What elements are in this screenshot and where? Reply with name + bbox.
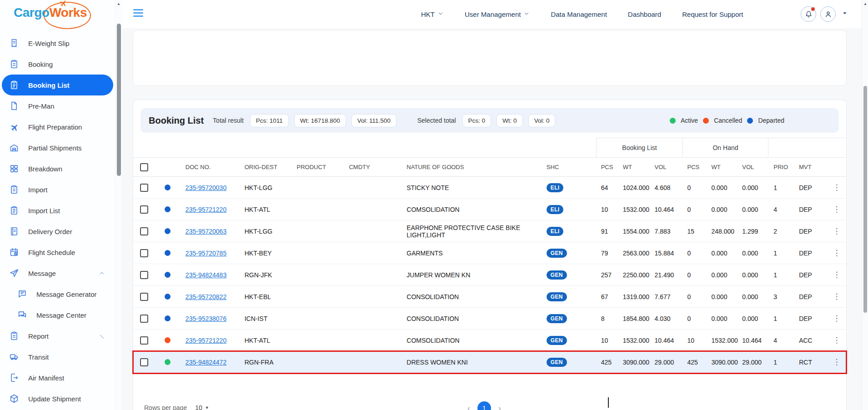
- row-checkbox[interactable]: [140, 315, 148, 323]
- sidebar-item-air-manifest[interactable]: Air Manifest: [0, 367, 115, 388]
- row-actions-kebab-icon[interactable]: ⋮: [833, 249, 841, 257]
- table-row[interactable]: 235-95720063HKT-LGGEARPHONE PROTECTIVE C…: [133, 220, 846, 242]
- doc-no-link[interactable]: 235-95238076: [186, 315, 226, 322]
- table-row[interactable]: 235-95238076ICN-ISTCONSOLIDATIONGEN81854…: [133, 308, 846, 330]
- row-actions-kebab-icon[interactable]: ⋮: [833, 315, 841, 322]
- grid-icon: [9, 164, 19, 174]
- cell-prio: 1: [767, 250, 798, 257]
- select-all-checkbox[interactable]: [140, 163, 148, 171]
- doc-no-link[interactable]: 235-95720785: [186, 250, 226, 257]
- table-row[interactable]: 235-95721220HKT-ATLCOMSOLIDATIONGEN10153…: [133, 330, 846, 351]
- window-scrollbar[interactable]: ▲: [862, 0, 868, 410]
- sidebar-scrollbar-thumb[interactable]: [117, 24, 121, 176]
- doc-no-link[interactable]: 235-95720822: [186, 293, 226, 300]
- topnav-item-user-management[interactable]: User Management: [465, 10, 530, 18]
- table-row-highlighted[interactable]: 235-94824472RGN-FRADRESS WOMEN KNIGEN425…: [133, 351, 846, 373]
- cell-goods: EARPHONE PROTECTIVE CASE BIKE LIGHT,LIGH…: [400, 224, 541, 239]
- row-checkbox[interactable]: [140, 184, 148, 192]
- sidebar-item-flight-schedule[interactable]: Flight Schedule: [0, 242, 115, 263]
- table-row[interactable]: 235-94824483RGN-JFKJUMPER WOMEN KNGEN257…: [133, 264, 846, 286]
- cell-shc: GEN: [541, 358, 596, 367]
- sidebar-item-pre-man[interactable]: Pre-Man: [0, 95, 115, 116]
- row-actions-kebab-icon[interactable]: ⋮: [833, 358, 841, 366]
- next-page-button[interactable]: ›: [498, 404, 501, 410]
- sidebar-item-breakdown[interactable]: Breakdown: [0, 158, 115, 179]
- sidebar-item-label: Transit: [28, 353, 49, 361]
- table-row[interactable]: 235-95720030HKT-LGGSTICKY NOTEELI641024.…: [133, 177, 846, 199]
- cell-goods: CONSOLIDATION: [400, 315, 541, 322]
- doc-no-link[interactable]: 235-95720063: [186, 228, 226, 235]
- cell-oh-wt: 1532.000: [710, 337, 741, 344]
- scrollbar-up-arrow-icon[interactable]: ▲: [863, 2, 867, 6]
- main-content: Booking List Total result Pcs: 1011Wt: 1…: [122, 28, 862, 410]
- chevron-down-icon[interactable]: [99, 333, 105, 339]
- row-actions-kebab-icon[interactable]: ⋮: [833, 271, 841, 279]
- topnav-item-data-management[interactable]: Data Management: [551, 10, 607, 18]
- sidebar-item-partial-shipments[interactable]: Partial Shipments: [0, 137, 115, 158]
- sidebar-item-import-list[interactable]: Import List: [0, 200, 115, 221]
- sidebar-item-delivery-order[interactable]: Delivery Order: [0, 221, 115, 242]
- user-avatar-button[interactable]: [820, 6, 836, 22]
- sidebar-item-message[interactable]: Message: [0, 263, 115, 284]
- sidebar-item-message-generator[interactable]: Message Generator: [0, 284, 115, 305]
- rows-per-page-value: 10: [195, 404, 202, 410]
- topnav-item-request-for-support[interactable]: Request for Support: [682, 10, 743, 18]
- window-scrollbar-thumb[interactable]: [863, 86, 867, 313]
- group-header-on-hand: On Hand: [682, 138, 768, 157]
- sidebar-scrollbar[interactable]: ▲: [115, 0, 122, 410]
- clipboard-icon: [9, 59, 19, 69]
- row-checkbox[interactable]: [140, 336, 148, 345]
- doc-no-link[interactable]: 235-94824483: [186, 271, 226, 279]
- sidebar-item-update-shipment[interactable]: Update Shipment: [0, 388, 115, 409]
- topnav-item-hkt[interactable]: HKT: [421, 10, 444, 18]
- previous-page-button[interactable]: ‹: [467, 404, 470, 410]
- doc-no-link[interactable]: 235-95721220: [186, 206, 226, 213]
- table-row[interactable]: 235-95720822HKT-EBLCONSOLIDATIONGEN67131…: [133, 286, 846, 308]
- sidebar-item-booking-list[interactable]: Booking List: [2, 75, 113, 95]
- row-checkbox[interactable]: [140, 205, 148, 214]
- sidebar-item-e-weight-slip[interactable]: E-Weight Slip: [0, 33, 115, 54]
- sidebar-item-import[interactable]: Import: [0, 179, 115, 200]
- sidebar-item-report[interactable]: Report: [0, 325, 115, 346]
- row-actions-kebab-icon[interactable]: ⋮: [833, 184, 841, 191]
- row-checkbox[interactable]: [140, 227, 148, 235]
- cell-oh-pcs: 15: [682, 228, 710, 235]
- rows-per-page-select[interactable]: 10 ▼: [195, 404, 209, 410]
- table-row[interactable]: 235-95720785HKT-BEYGARMENTSGEN792563.000…: [133, 242, 846, 264]
- cell-wt: 1532.000: [621, 337, 653, 344]
- sidebar-item-message-center[interactable]: Message Center: [0, 305, 115, 325]
- column-header-pcs-on-hand: PCS: [682, 164, 710, 170]
- row-checkbox[interactable]: [140, 271, 148, 279]
- sidebar-item-flight-preparation[interactable]: Flight Preparation: [0, 116, 115, 137]
- table-row[interactable]: 235-95721220HKT-ATLCOMSOLIDATIONELI10153…: [133, 199, 846, 220]
- cell-oh-pcs: 0: [682, 315, 710, 322]
- sidebar-item-transit[interactable]: Transit: [0, 346, 115, 367]
- row-checkbox[interactable]: [140, 249, 148, 257]
- legend-label: Cancelled: [714, 117, 742, 124]
- row-actions-kebab-icon[interactable]: ⋮: [833, 293, 841, 300]
- account-dropdown-caret-icon[interactable]: [842, 10, 848, 18]
- row-actions-kebab-icon[interactable]: ⋮: [833, 336, 841, 344]
- scrollbar-up-arrow-icon[interactable]: ▲: [117, 2, 120, 6]
- row-actions-kebab-icon[interactable]: ⋮: [833, 227, 841, 235]
- sidebar-item-booking[interactable]: Booking: [0, 54, 115, 75]
- current-page-button[interactable]: 1: [477, 401, 491, 410]
- row-checkbox[interactable]: [140, 358, 148, 366]
- cell-oh-wt: 0.000: [710, 250, 741, 257]
- row-checkbox[interactable]: [140, 293, 148, 301]
- notifications-bell-button[interactable]: [801, 6, 816, 22]
- cell-actions: ⋮: [827, 184, 846, 191]
- table-body: 235-95720030HKT-LGGSTICKY NOTEELI641024.…: [133, 177, 846, 373]
- sidebar-item-label: Pre-Man: [28, 102, 55, 110]
- doc-no-link[interactable]: 235-94824472: [186, 359, 226, 366]
- cell-mvt: DEP: [798, 228, 827, 235]
- row-actions-kebab-icon[interactable]: ⋮: [833, 205, 841, 213]
- hamburger-menu-icon[interactable]: [133, 9, 143, 19]
- doc-no-link[interactable]: 235-95721220: [186, 337, 226, 344]
- column-header-prio: PRIO: [767, 164, 798, 170]
- topnav-item-dashboard[interactable]: Dashboard: [628, 10, 661, 18]
- app-logo: CargoWorks: [0, 0, 115, 33]
- doc-no-link[interactable]: 235-95720030: [186, 184, 226, 191]
- status-legend: ActiveCancelledDeparted: [670, 108, 784, 133]
- chevron-up-icon[interactable]: [99, 270, 105, 276]
